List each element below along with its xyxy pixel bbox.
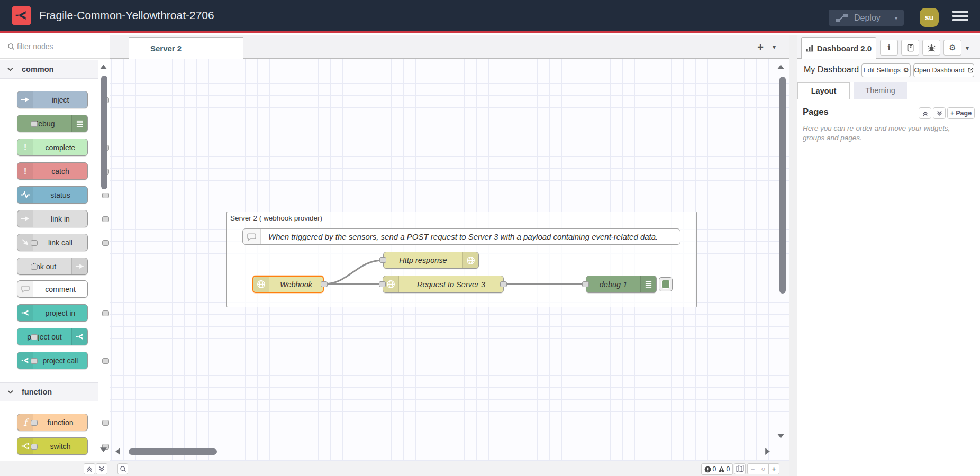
- double-chevron-up-icon: [922, 111, 928, 116]
- app-header: Fragile-Common-Yellowthroat-2706 Deploy …: [0, 0, 980, 33]
- node-request-to-server-3[interactable]: Request to Server 3: [383, 276, 504, 293]
- scroll-left-icon[interactable]: [115, 447, 121, 455]
- vertical-scrollbar-thumb[interactable]: [779, 77, 786, 294]
- webhook-output-port[interactable]: [321, 281, 328, 287]
- horizontal-scrollbar-thumb[interactable]: [129, 448, 217, 455]
- tab-server-2[interactable]: Server 2: [129, 37, 243, 59]
- double-chevron-down-icon: [937, 111, 942, 116]
- request-input-port[interactable]: [379, 281, 386, 287]
- comment-node[interactable]: When triggered by the sensors, send a PO…: [242, 228, 680, 245]
- search-flows-button[interactable]: [117, 463, 128, 474]
- move-page-down-button[interactable]: [933, 107, 946, 119]
- deploy-icon: [835, 13, 849, 23]
- gear-icon: ⚙: [949, 43, 956, 52]
- group-title: Server 2 ( webhook provider): [230, 214, 322, 222]
- warning-count: 0: [727, 465, 730, 473]
- palette-scroll-down-icon[interactable]: [99, 447, 107, 453]
- tab-theming[interactable]: Theming: [854, 82, 907, 99]
- bar-chart-icon: [806, 44, 814, 52]
- node-webhook[interactable]: Webhook: [252, 276, 324, 293]
- info-tab-button[interactable]: i: [880, 40, 898, 56]
- palette-node-link-call[interactable]: link call: [17, 234, 88, 251]
- palette-node-debug[interactable]: debug: [17, 115, 88, 132]
- user-avatar[interactable]: su: [920, 8, 939, 27]
- output-port: [102, 420, 109, 426]
- deploy-label: Deploy: [854, 13, 881, 23]
- palette-node-catch[interactable]: ! catch: [17, 162, 88, 180]
- palette-node-complete[interactable]: ! complete: [17, 139, 88, 156]
- palette-node-project-call[interactable]: project call: [17, 352, 88, 369]
- palette-search[interactable]: [0, 35, 110, 59]
- palette-node-link-out[interactable]: link out: [17, 258, 88, 275]
- pages-heading: Pages: [803, 107, 829, 117]
- palette-node-project-in[interactable]: project in: [17, 304, 88, 322]
- flow-status-counts[interactable]: 0 0: [701, 463, 733, 475]
- palette-collapse-button[interactable]: [84, 463, 95, 474]
- tab-dashboard-2[interactable]: Dashboard 2.0: [801, 37, 876, 59]
- gear-icon: ⚙: [903, 67, 909, 74]
- node-debug-1[interactable]: debug 1: [586, 276, 657, 293]
- exclamation-icon: !: [17, 139, 33, 155]
- main-menu-button[interactable]: [952, 11, 968, 23]
- app-title: Fragile-Common-Yellowthroat-2706: [39, 9, 214, 22]
- debug-enable-toggle[interactable]: [659, 277, 673, 291]
- http-response-input-port[interactable]: [379, 257, 386, 263]
- debug-tab-button[interactable]: [922, 40, 940, 56]
- palette-scroll-up-icon[interactable]: [99, 64, 107, 70]
- double-chevron-up-icon: [86, 466, 93, 472]
- request-output-port[interactable]: [500, 281, 507, 287]
- scroll-right-icon[interactable]: [765, 447, 770, 455]
- chevron-down-icon: [7, 390, 13, 394]
- info-icon: i: [887, 43, 891, 52]
- node-http-response[interactable]: Http response: [383, 252, 479, 269]
- palette-expand-button[interactable]: [96, 463, 107, 474]
- palette-scrollbar-thumb[interactable]: [101, 76, 107, 189]
- sidebar-tabs-chevron[interactable]: ▾: [966, 44, 969, 52]
- tab-layout[interactable]: Layout: [797, 82, 850, 99]
- navigator-button[interactable]: [734, 463, 746, 474]
- scroll-up-icon[interactable]: [777, 64, 785, 70]
- bug-icon: [928, 44, 936, 52]
- zoom-in-button[interactable]: +: [768, 463, 779, 474]
- palette-node-comment[interactable]: comment: [17, 280, 88, 298]
- debug-input-port[interactable]: [582, 281, 589, 287]
- add-flow-button[interactable]: +: [754, 42, 767, 53]
- book-icon: [906, 44, 914, 52]
- palette-category-function[interactable]: function: [0, 382, 98, 401]
- output-port: [102, 310, 109, 316]
- link-arrow-icon: [17, 210, 33, 227]
- pulse-icon: [17, 187, 33, 203]
- output-port: [102, 358, 109, 364]
- chevron-down-icon: [7, 67, 13, 71]
- pages-divider: [803, 155, 975, 155]
- warning-icon: [718, 466, 725, 473]
- open-dashboard-button[interactable]: Open Dashboard: [913, 63, 974, 77]
- flow-canvas[interactable]: Server 2 ( webhook provider) When trigge…: [110, 59, 789, 461]
- filter-nodes-input[interactable]: [17, 40, 102, 53]
- workspace-footer: 0 0 − ○ +: [0, 461, 789, 476]
- help-tab-button[interactable]: [901, 40, 919, 56]
- palette-node-inject[interactable]: inject: [17, 91, 88, 108]
- add-page-button[interactable]: + Page: [947, 107, 975, 119]
- palette-category-common[interactable]: common: [0, 60, 98, 79]
- node-palette: common inject debug ! complete ! catch s…: [0, 35, 110, 461]
- inject-icon: [17, 91, 33, 108]
- config-tab-button[interactable]: ⚙: [943, 40, 961, 56]
- move-page-up-button[interactable]: [919, 107, 931, 119]
- palette-node-link-in[interactable]: link in: [17, 210, 88, 227]
- flow-list-chevron[interactable]: ▾: [773, 43, 776, 51]
- map-icon: [736, 465, 744, 472]
- sidebar-resize-gutter[interactable]: [789, 35, 797, 476]
- zoom-out-button[interactable]: −: [747, 463, 758, 474]
- palette-node-project-out[interactable]: project out: [17, 328, 88, 345]
- palette-node-status[interactable]: status: [17, 186, 88, 204]
- input-port: [31, 444, 38, 450]
- zoom-reset-button[interactable]: ○: [758, 463, 769, 474]
- palette-node-switch[interactable]: switch: [17, 437, 88, 455]
- palette-node-function[interactable]: f function: [17, 414, 88, 431]
- scroll-down-icon[interactable]: [777, 433, 785, 439]
- deploy-options-chevron[interactable]: ▾: [888, 10, 904, 26]
- footer-divider: [110, 461, 110, 476]
- dashboard-name: My Dashboard: [804, 65, 859, 75]
- edit-settings-button[interactable]: Edit Settings ⚙: [861, 63, 911, 77]
